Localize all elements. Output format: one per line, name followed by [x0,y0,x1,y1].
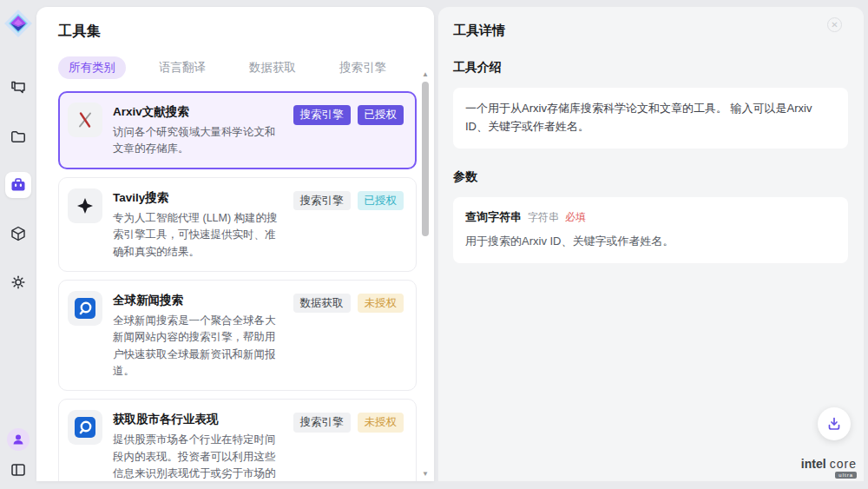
toolbox-icon [10,176,27,194]
tool-card[interactable]: 获取股市各行业表现提供股票市场各个行业在特定时间段内的表现。投资者可以利用这些信… [58,399,417,481]
tool-card[interactable]: 全球新闻搜索全球新闻搜索是一个聚合全球各大新闻网站内容的搜索引擎，帮助用户快速获… [58,280,417,392]
tool-name: 获取股市各行业表现 [113,412,283,427]
arxiv-logo [68,102,102,137]
auth-status-badge: 未授权 [358,413,404,433]
toolset-panel: 工具集 所有类别语言翻译数据获取搜索引擎 Arxiv文献搜索访问各个研究领域大量… [36,7,434,481]
tool-card[interactable]: Arxiv文献搜索访问各个研究领域大量科学论文和文章的存储库。搜索引擎已授权 [58,91,417,169]
sidebar-item-models[interactable] [5,221,31,247]
download-icon [826,416,842,432]
tavily-logo [68,188,102,223]
brand-text: intel core [801,457,857,471]
icon-rail [0,0,36,489]
tool-name: Arxiv文献搜索 [113,104,283,120]
parameter-name: 查询字符串 [465,209,522,225]
list-scrollbar[interactable]: ▲ ▼ [420,69,431,479]
scrollbar-thumb[interactable] [422,82,429,236]
folder-icon [10,128,27,145]
auth-status-badge: 已授权 [358,105,404,125]
cube-icon [10,225,27,242]
collapse-panel-icon[interactable] [10,463,26,477]
category-badge: 搜索引擎 [293,191,351,211]
scrollbar-up-arrow[interactable]: ▲ [420,69,431,80]
tool-card[interactable]: Tavily搜索专为人工智能代理 (LLM) 构建的搜索引擎工具，可快速提供实时… [58,177,417,272]
tool-description: 访问各个研究领域大量科学论文和文章的存储库。 [113,124,283,158]
sidebar-item-toolset[interactable] [5,172,31,198]
auth-status-badge: 未授权 [358,294,404,314]
juhe-logo [68,410,102,445]
chat-icon [10,79,27,96]
tab-搜索引擎[interactable]: 搜索引擎 [329,56,397,79]
tab-所有类别[interactable]: 所有类别 [58,56,126,79]
parameter-required-badge: 必填 [565,210,586,225]
app-logo-icon [2,7,35,40]
intel-core-logo: intel core ultra [801,457,857,479]
close-icon[interactable]: ✕ [827,17,842,32]
parameter-type: 字符串 [528,210,559,225]
category-badge: 数据获取 [293,294,351,314]
tool-detail-panel: 工具详情 工具介绍 一个用于从Arxiv存储库搜索科学论文和文章的工具。 输入可… [438,7,864,481]
sidebar-item-chat[interactable] [5,75,31,101]
auth-status-badge: 已授权 [358,191,404,211]
params-heading: 参数 [453,169,848,185]
tool-description: 全球新闻搜索是一个聚合全球各大新闻网站内容的搜索引擎，帮助用户快速获取全球最新资… [113,313,283,380]
page-title: 工具集 [58,23,411,41]
brand-ultra-badge: ultra [835,472,857,479]
tool-name: Tavily搜索 [113,190,283,206]
intro-heading: 工具介绍 [453,60,848,76]
parameter-description: 用于搜索的Arxiv ID、关键字或作者姓名。 [465,234,836,249]
tool-description: 专为人工智能代理 (LLM) 构建的搜索引擎工具，可快速提供实时、准确和真实的结… [113,210,283,261]
user-avatar-icon[interactable] [7,428,30,451]
settings-gear-icon [10,274,27,291]
tool-description: 提供股票市场各个行业在特定时间段内的表现。投资者可以利用这些信息来识别表现优于或… [113,432,283,481]
tool-intro-text: 一个用于从Arxiv存储库搜索科学论文和文章的工具。 输入可以是Arxiv ID… [453,88,848,149]
detail-title: 工具详情 [453,23,848,39]
download-button[interactable] [818,407,851,440]
sidebar-item-settings[interactable] [5,269,31,295]
tool-list: Arxiv文献搜索访问各个研究领域大量科学论文和文章的存储库。搜索引擎已授权Ta… [58,91,417,481]
category-tabs: 所有类别语言翻译数据获取搜索引擎 [58,56,411,79]
tab-语言翻译[interactable]: 语言翻译 [148,56,216,79]
parameter-card: 查询字符串 字符串 必填 用于搜索的Arxiv ID、关键字或作者姓名。 [453,197,848,263]
juhe-logo [68,291,102,326]
sidebar-item-files[interactable] [5,123,31,149]
scrollbar-down-arrow[interactable]: ▼ [420,469,431,479]
tab-数据获取[interactable]: 数据获取 [239,56,306,79]
category-badge: 搜索引擎 [293,413,351,433]
category-badge: 搜索引擎 [293,105,351,125]
tool-name: 全球新闻搜索 [113,293,283,308]
